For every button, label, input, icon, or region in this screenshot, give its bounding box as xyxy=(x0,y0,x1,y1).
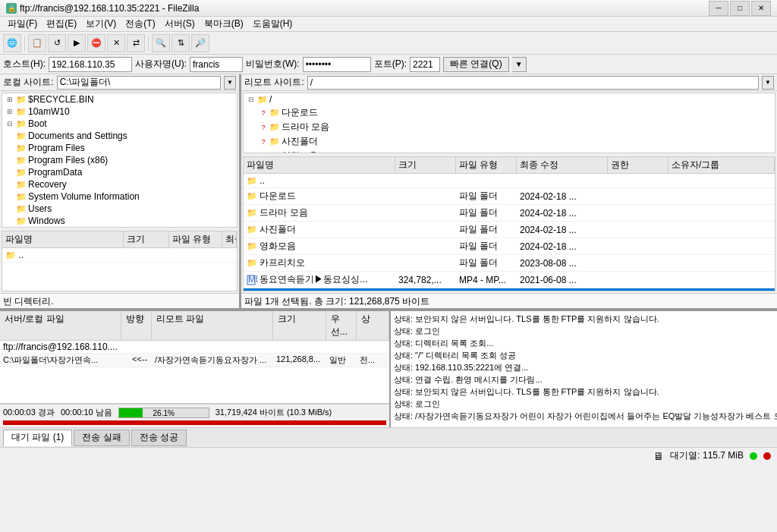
menu-server[interactable]: 서버(S) xyxy=(160,17,200,31)
tree-item-recycle[interactable]: ⊞ 📁 $RECYCLE.BIN xyxy=(2,93,237,105)
tree-item-recovery[interactable]: 📁 Recovery xyxy=(2,178,237,190)
col-type[interactable]: 파일 유형 xyxy=(456,157,517,173)
remote-file-row-parent[interactable]: 📁 .. xyxy=(244,174,775,188)
pass-input[interactable] xyxy=(303,57,371,72)
log-line-1: 상태: 보안되지 않은 서버입니다. TLS를 통한 FTP를 지원하지 않습니… xyxy=(394,313,774,325)
local-tree[interactable]: ⊞ 📁 $RECYCLE.BIN ⊞ 📁 10amW10 ⊟ 📁 Boot 📁 … xyxy=(2,93,238,228)
tree-item-10amW10[interactable]: ⊞ 📁 10amW10 xyxy=(2,105,237,118)
remote-file-row-song2[interactable]: MP4 자장가연속듣기동요자장... 121,268,... MP4 - MP.… xyxy=(244,288,775,291)
remote-file-row-capri[interactable]: 📁 카프리치오 파일 폴더 2023-08-08 ... xyxy=(244,255,775,272)
folder-icon: 📁 xyxy=(247,176,257,185)
tree-toggle[interactable]: ⊞ xyxy=(4,96,16,103)
file-modified: 2024-02-18 ... xyxy=(517,206,608,220)
tree-item-windows[interactable]: 📁 Windows xyxy=(2,215,237,227)
tree-item-label: System Volume Information xyxy=(28,191,140,202)
pass-label: 비밀번호(W): xyxy=(246,58,300,71)
tree-item-programfiles-x86[interactable]: 📁 Program Files (x86) xyxy=(2,154,237,166)
menu-transfer[interactable]: 전송(T) xyxy=(121,17,159,31)
tab-queue[interactable]: 대기 파일 (1) xyxy=(3,430,72,446)
tb-transfer[interactable]: ⇄ xyxy=(127,34,145,52)
file-perms xyxy=(608,228,668,231)
queue-row-file[interactable]: C:\파일폴더\자장가연속... <<-- /자장가연속듣기동요자장가 ... … xyxy=(0,354,389,367)
tab-success[interactable]: 전송 성공 xyxy=(131,430,187,446)
remote-file-row-movies[interactable]: 📁 영화모음 파일 폴더 2024-02-18 ... xyxy=(244,238,775,255)
tab-failed[interactable]: 전송 실패 xyxy=(74,430,129,446)
remote-file-row-song1[interactable]: MP4 동요연속듣기▶동요싱싱... 324,782,... MP4 - MP.… xyxy=(244,272,775,288)
tree-item-label: 영화모음 xyxy=(282,150,318,153)
folder-icon: 📁 xyxy=(16,95,28,105)
col-modified[interactable]: 최종 수정 xyxy=(222,231,237,247)
tree-item-sysvolinfo[interactable]: 📁 System Volume Information xyxy=(2,190,237,203)
menu-view[interactable]: 보기(V) xyxy=(81,17,121,31)
menu-edit[interactable]: 편집(E) xyxy=(42,17,81,31)
app-icon: 🔒 xyxy=(6,3,17,14)
tb-search[interactable]: 🔎 xyxy=(191,34,209,52)
col-size[interactable]: 크기 xyxy=(395,157,456,173)
connect-dropdown[interactable]: ▼ xyxy=(512,57,527,72)
col-filename[interactable]: 파일명 xyxy=(244,157,395,173)
port-label: 포트(P): xyxy=(374,58,407,71)
col-perms[interactable]: 권한 xyxy=(608,157,668,173)
tree-item-docs[interactable]: 📁 Documents and Settings xyxy=(2,130,237,142)
tree-item-users[interactable]: 📁 Users xyxy=(2,203,237,215)
maximize-button[interactable]: □ xyxy=(730,1,750,16)
file-name: 📁 .. xyxy=(2,248,124,262)
remote-tree-drama[interactable]: ? 📁 드라마 모음 xyxy=(244,120,775,134)
menu-help[interactable]: 도움말(H) xyxy=(248,17,297,31)
minimize-button[interactable]: ─ xyxy=(709,1,728,16)
folder-icon: 📁 xyxy=(16,131,28,141)
menu-file[interactable]: 파일(F) xyxy=(3,17,42,31)
file-modified: 2024-02-18 ... xyxy=(517,223,608,237)
local-file-row-parent[interactable]: 📁 .. xyxy=(2,248,237,263)
tree-toggle: ? xyxy=(257,124,269,131)
tree-item-boot[interactable]: ⊟ 📁 Boot xyxy=(2,118,237,130)
remote-path-input[interactable] xyxy=(307,76,759,90)
tree-toggle[interactable]: ⊞ xyxy=(4,108,16,115)
tree-item-programfiles[interactable]: 📁 Program Files xyxy=(2,142,237,154)
local-path-dropdown[interactable]: ▼ xyxy=(224,76,236,90)
queue-row-server: ftp://francis@192.168.110.... xyxy=(0,341,389,354)
remote-file-row-download[interactable]: 📁 다운로드 파일 폴더 2024-02-18 ... xyxy=(244,188,775,205)
local-path-input[interactable] xyxy=(57,76,221,90)
col-filename[interactable]: 파일명 xyxy=(2,231,124,247)
file-modified xyxy=(222,253,237,257)
tb-process-queue[interactable]: ▶ xyxy=(68,34,86,52)
file-modified: 2023-08-08 ... xyxy=(517,257,608,270)
remote-tree-download[interactable]: ? 📁 다운로드 xyxy=(244,105,775,120)
col-type[interactable]: 파일 유형 xyxy=(169,231,222,247)
tree-toggle[interactable]: ⊟ xyxy=(4,120,16,127)
tb-refresh[interactable]: ↺ xyxy=(48,34,66,52)
transfer-rate: 31,719,424 바이트 (10.3 MiB/s) xyxy=(215,407,332,418)
close-button[interactable]: ✕ xyxy=(751,1,771,16)
file-name: MP4 동요연속듣기▶동요싱싱... xyxy=(244,272,395,288)
tb-new-site[interactable]: 🌐 xyxy=(3,34,21,52)
file-size xyxy=(395,179,456,182)
folder-icon: 📁 xyxy=(16,107,28,117)
remote-tree-movies[interactable]: ? 📁 영화모음 xyxy=(244,149,775,153)
col-owner[interactable]: 소유자/그룹 xyxy=(668,157,775,173)
remote-file-row-photos[interactable]: 📁 사진폴더 파일 폴더 2024-02-18 ... xyxy=(244,222,775,238)
tb-sync[interactable]: ⇅ xyxy=(171,34,190,52)
col-modified[interactable]: 최종 수정 xyxy=(517,157,608,173)
remaining-time: 00:00:10 남음 xyxy=(61,407,112,418)
remote-tree-photos[interactable]: ? 📁 사진폴더 xyxy=(244,134,775,149)
tree-item-programdata[interactable]: 📁 ProgramData xyxy=(2,166,237,178)
tb-cancel[interactable]: ✕ xyxy=(107,34,125,52)
remote-path-dropdown[interactable]: ▼ xyxy=(762,76,774,90)
connect-button[interactable]: 빠른 연결(Q) xyxy=(443,57,509,72)
col-size[interactable]: 크기 xyxy=(124,231,169,247)
toolbar: 🌐 📋 ↺ ▶ ⛔ ✕ ⇄ 🔍 ⇅ 🔎 xyxy=(0,32,777,55)
remote-tree-root[interactable]: ⊟ 📁 / xyxy=(244,93,775,105)
menu-bookmark[interactable]: 북마크(B) xyxy=(200,17,248,31)
tree-toggle[interactable]: ⊟ xyxy=(245,96,257,103)
tb-stop[interactable]: ⛔ xyxy=(87,34,105,52)
mp4-icon: MP4 xyxy=(247,275,257,285)
tb-filter[interactable]: 🔍 xyxy=(152,34,170,52)
remote-file-row-drama[interactable]: 📁 드라마 모음 파일 폴더 2024-02-18 ... xyxy=(244,205,775,222)
col-remote-file: 리모트 파일 xyxy=(152,311,273,340)
port-input[interactable] xyxy=(410,57,440,72)
folder-icon: 📁 xyxy=(16,216,28,226)
tb-open-site-manager[interactable]: 📋 xyxy=(28,34,46,52)
host-input[interactable] xyxy=(49,57,132,72)
user-input[interactable] xyxy=(190,57,243,72)
